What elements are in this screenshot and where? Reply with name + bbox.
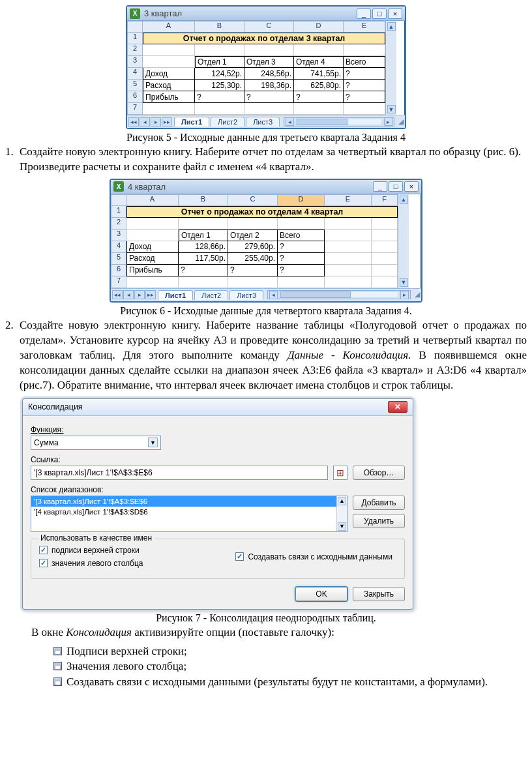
cell[interactable] xyxy=(143,103,195,115)
cell[interactable] xyxy=(372,218,398,230)
row-header[interactable]: 1 xyxy=(111,206,126,218)
close-icon[interactable]: ✕ xyxy=(388,401,407,413)
cell[interactable]: Прибыль xyxy=(126,265,179,276)
col-header[interactable]: C xyxy=(228,194,278,206)
cell[interactable]: ? xyxy=(344,91,385,103)
col-header[interactable]: A xyxy=(143,21,195,33)
function-select[interactable]: Сумма ▼ xyxy=(31,436,161,450)
row-header[interactable]: 7 xyxy=(127,103,143,115)
tab-prev-icon[interactable]: ◂ xyxy=(123,290,134,299)
row-header[interactable]: 5 xyxy=(111,253,126,265)
window-titlebar[interactable]: X4 квартал_□× xyxy=(111,180,421,194)
cell[interactable] xyxy=(372,253,398,265)
close-icon[interactable]: × xyxy=(388,8,402,19)
col-header[interactable]: C xyxy=(244,21,294,33)
cell[interactable]: 128,66р. xyxy=(179,241,228,253)
sheet-tab[interactable]: Лист2 xyxy=(194,290,228,300)
cell[interactable]: ? xyxy=(278,241,325,253)
row-header[interactable]: 4 xyxy=(127,68,143,80)
cell[interactable] xyxy=(278,218,325,230)
cell[interactable] xyxy=(244,103,294,115)
sheet-tab[interactable]: Лист3 xyxy=(229,290,263,300)
cell[interactable] xyxy=(126,276,179,288)
cell[interactable] xyxy=(344,103,385,115)
cell[interactable]: ? xyxy=(244,91,294,103)
vertical-scrollbar[interactable]: ▲▼ xyxy=(385,21,396,115)
cell[interactable]: Отдел 4 xyxy=(294,56,344,68)
cell[interactable] xyxy=(372,265,398,276)
cell[interactable]: Прибыль xyxy=(143,91,195,103)
tab-last-icon[interactable]: ▸▸ xyxy=(145,290,156,299)
cell[interactable] xyxy=(126,218,179,230)
select-all-cell[interactable] xyxy=(127,21,143,33)
tab-next-icon[interactable]: ▸ xyxy=(151,117,161,126)
cell[interactable]: 255,40р. xyxy=(228,253,278,265)
close-button[interactable]: Закрыть xyxy=(353,587,405,601)
col-header[interactable]: D xyxy=(278,194,325,206)
row-header[interactable]: 6 xyxy=(111,265,126,276)
sheet-tab[interactable]: Лист3 xyxy=(246,117,280,126)
cell[interactable]: ? xyxy=(195,91,244,103)
cell[interactable]: Отдел 3 xyxy=(244,56,294,68)
cell[interactable]: ? xyxy=(278,265,325,276)
remove-button[interactable]: Удалить xyxy=(353,514,405,528)
list-item[interactable]: '[4 квартал.xls]Лист 1'!$A$3:$D$6 xyxy=(31,507,347,517)
vertical-scrollbar[interactable]: ▲▼ xyxy=(398,194,409,288)
cell[interactable] xyxy=(294,103,344,115)
close-icon[interactable]: × xyxy=(404,181,419,192)
cell[interactable]: Расход xyxy=(143,80,195,91)
ok-button[interactable]: OK xyxy=(295,587,347,601)
cell[interactable] xyxy=(143,56,195,68)
cell[interactable]: Расход xyxy=(126,253,179,265)
cell[interactable]: Доход xyxy=(143,68,195,80)
minimize-icon[interactable]: _ xyxy=(357,8,371,19)
row-header[interactable]: 7 xyxy=(111,276,126,288)
add-button[interactable]: Добавить xyxy=(353,496,405,510)
cell[interactable] xyxy=(228,218,278,230)
select-all-cell[interactable] xyxy=(111,194,126,206)
sheet-tab[interactable]: Лист2 xyxy=(211,117,244,126)
cell[interactable] xyxy=(372,230,398,241)
cell[interactable] xyxy=(325,276,372,288)
scrollbar[interactable]: ▲▼ xyxy=(336,496,347,531)
cell[interactable] xyxy=(294,44,344,56)
cell[interactable] xyxy=(228,276,278,288)
cell[interactable]: ? xyxy=(344,80,385,91)
table-title-cell[interactable]: Отчет о продажах по отделам 4 квартал xyxy=(126,206,398,218)
col-header[interactable]: E xyxy=(325,194,372,206)
minimize-icon[interactable]: _ xyxy=(373,181,387,192)
tab-first-icon[interactable]: ◂◂ xyxy=(128,117,139,126)
cell[interactable]: Доход xyxy=(126,241,179,253)
cell[interactable]: 625,80р. xyxy=(294,80,344,91)
cell[interactable]: Всего xyxy=(344,56,385,68)
col-header[interactable]: B xyxy=(195,21,244,33)
cell[interactable]: 124,52р. xyxy=(195,68,244,80)
col-header[interactable]: A xyxy=(126,194,179,206)
cell[interactable] xyxy=(278,276,325,288)
cell[interactable] xyxy=(325,253,372,265)
cell[interactable]: ? xyxy=(228,265,278,276)
list-item[interactable]: '[3 квартал.xls]Лист 1'!$A$3:$E$6 xyxy=(31,496,347,507)
row-header[interactable]: 5 xyxy=(127,80,143,91)
cell[interactable] xyxy=(325,230,372,241)
browse-button[interactable]: Обзор… xyxy=(353,466,405,480)
cell[interactable] xyxy=(195,44,244,56)
cell[interactable] xyxy=(344,44,385,56)
tab-prev-icon[interactable]: ◂ xyxy=(140,117,150,126)
cell[interactable]: ? xyxy=(344,68,385,80)
sheet-tab[interactable]: Лист1 xyxy=(158,290,193,300)
cell[interactable] xyxy=(372,276,398,288)
cell[interactable] xyxy=(179,218,228,230)
row-header[interactable]: 4 xyxy=(111,241,126,253)
cell[interactable] xyxy=(244,44,294,56)
cell[interactable]: 279,60р. xyxy=(228,241,278,253)
horizontal-scrollbar[interactable]: ◂▸ xyxy=(267,290,411,299)
cell[interactable] xyxy=(126,230,179,241)
tab-last-icon[interactable]: ▸▸ xyxy=(162,117,172,126)
cell[interactable] xyxy=(179,276,228,288)
row-header[interactable]: 2 xyxy=(127,44,143,56)
maximize-icon[interactable]: □ xyxy=(372,8,387,19)
window-titlebar[interactable]: X3 квартал_□× xyxy=(127,7,405,21)
cell[interactable]: 198,36р. xyxy=(244,80,294,91)
cell[interactable]: Всего xyxy=(278,230,325,241)
